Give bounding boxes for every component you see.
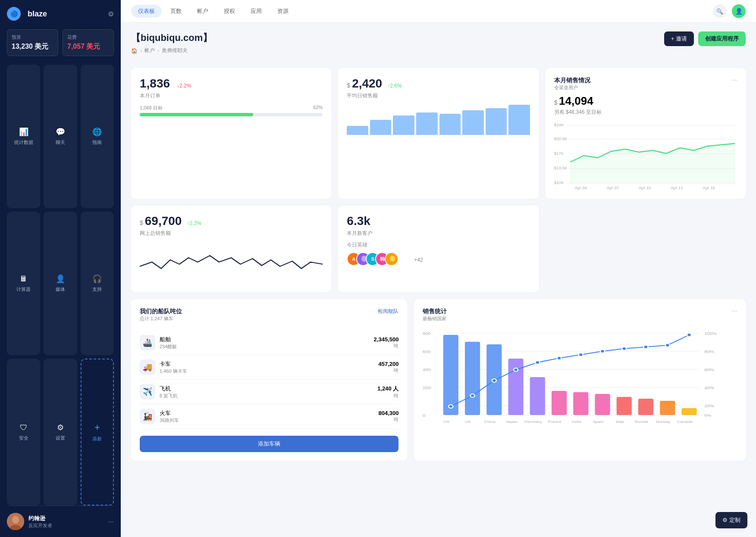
- bar-8: [508, 105, 530, 135]
- ship-count: 234艘艇: [160, 343, 177, 350]
- bar-7: [486, 108, 507, 135]
- bar-canada: [682, 408, 697, 415]
- truck-name: 卡车: [160, 360, 187, 368]
- monthly-menu-icon[interactable]: ⋯: [731, 77, 737, 91]
- nav-item-guide[interactable]: 🌐 指南: [81, 65, 114, 208]
- nav-item-chat[interactable]: 💬 聊天: [44, 65, 77, 208]
- breadcrumb-current: 奥弗维耶夫: [162, 47, 188, 54]
- sidebar-footer: 约翰逊 反应开发者 ⋯: [7, 506, 114, 530]
- bottom-row: 我们的船队吨位 总计 1,247 辆车 检阅舰队 🚢 船舶 234艘艇 2,34…: [131, 299, 746, 461]
- heroes-label: 今日英雄: [347, 241, 530, 249]
- svg-point-40: [449, 405, 453, 408]
- nav-item-support[interactable]: 🎧 支持: [81, 212, 114, 355]
- sales-chart-container: 800 600 400 200 0 100% 80% 60% 40% 20% 0…: [423, 329, 737, 424]
- orders-progress: 1,048 目标 62%: [140, 105, 323, 116]
- svg-point-43: [514, 368, 518, 372]
- tab-dashboard[interactable]: 仪表板: [131, 5, 162, 18]
- svg-text:France: France: [548, 420, 562, 424]
- svg-text:Apr 04: Apr 04: [574, 186, 587, 190]
- breadcrumb-accounts: 帐户: [144, 47, 155, 54]
- avg-sales-card: $ 2,420 ↑2.6% 平均日销售额: [338, 68, 538, 199]
- new-customers-value: 6.3k: [347, 214, 530, 228]
- monthly-value: 14,094: [559, 94, 593, 107]
- breadcrumb: 🏠 › 帐户 › 奥弗维耶夫: [131, 47, 212, 54]
- fleet-link[interactable]: 检阅舰队: [378, 308, 398, 315]
- expense-card: 花费 7,057 美元: [63, 29, 114, 56]
- tab-apps[interactable]: 应用: [244, 5, 269, 18]
- svg-text:Germany: Germany: [524, 420, 543, 424]
- footer-menu-icon[interactable]: ⋯: [108, 518, 114, 525]
- add-vehicle-button[interactable]: 添加车辆: [140, 436, 398, 452]
- nav-label-guide: 指南: [92, 139, 102, 146]
- sales-stats-menu-icon[interactable]: ⋯: [731, 308, 737, 314]
- svg-text:India: India: [572, 420, 582, 424]
- tab-accounts[interactable]: 帐户: [190, 5, 215, 18]
- hero-avatar-5: [385, 252, 398, 266]
- svg-text:60%: 60%: [705, 368, 715, 372]
- bar-japan: [508, 359, 524, 415]
- svg-text:China: China: [484, 420, 496, 424]
- security-icon: 🛡: [20, 423, 28, 432]
- tab-pages[interactable]: 页数: [163, 5, 188, 18]
- svg-marker-13: [570, 144, 735, 183]
- svg-text:0%: 0%: [705, 413, 712, 418]
- svg-text:80%: 80%: [705, 350, 715, 354]
- bar-india: [574, 392, 589, 415]
- wavy-chart: [140, 240, 323, 284]
- bar-4: [416, 112, 438, 135]
- sales-stats-title: 销售统计: [423, 308, 447, 315]
- svg-text:US: US: [444, 420, 450, 424]
- sales-stats-subtitle: 最畅销国家: [423, 315, 447, 322]
- total-sales-value: 69,700: [145, 214, 182, 228]
- search-button[interactable]: 🔍: [713, 4, 727, 18]
- fleet-item-ship: 🚢 船舶 234艘艇 2,345,500 吨: [140, 331, 398, 355]
- svg-point-41: [471, 394, 475, 397]
- nav-label-calc: 计算器: [16, 286, 31, 293]
- svg-text:Apr 07: Apr 07: [607, 186, 619, 190]
- nav-item-security[interactable]: 🛡 安全: [7, 359, 40, 506]
- nav-item-calc[interactable]: 🖩 计算器: [7, 212, 40, 355]
- total-sales-change: ↑2.2%: [187, 220, 201, 226]
- nav-item-media[interactable]: 👤 媒体: [44, 212, 77, 355]
- fleet-item-plane: ✈️ 飞机 8 架飞机 1,240 人 吨: [140, 380, 398, 404]
- ship-value: 2,345,500 吨: [374, 336, 399, 349]
- bar-2: [370, 120, 392, 135]
- chat-icon: 💬: [56, 127, 65, 137]
- ship-name: 船舶: [160, 336, 177, 343]
- ship-icon: 🚢: [140, 335, 155, 350]
- sidebar-settings-icon[interactable]: ⚙: [108, 10, 114, 18]
- nav-item-add[interactable]: + 添新: [81, 359, 114, 506]
- page-content: 【biqubiqu.com】 🏠 › 帐户 › 奥弗维耶夫 + 邀请 创建应用程…: [121, 23, 756, 537]
- svg-point-45: [557, 356, 562, 360]
- bar-us: [443, 335, 458, 415]
- user-role: 反应开发者: [28, 522, 52, 529]
- nav-label-add: 添新: [92, 436, 102, 442]
- tab-resources[interactable]: 资源: [270, 5, 295, 18]
- user-avatar-button[interactable]: 👤: [732, 4, 746, 18]
- svg-point-50: [665, 343, 670, 347]
- expense-value: 7,057 美元: [67, 42, 109, 51]
- customize-button[interactable]: ⚙ 定制: [715, 512, 747, 528]
- svg-text:Apr 13: Apr 13: [671, 186, 683, 190]
- orders-value: 1,836: [140, 77, 170, 91]
- tab-auth[interactable]: 授权: [217, 5, 242, 18]
- page-actions: + 邀请 创建应用程序: [664, 31, 746, 46]
- svg-point-49: [644, 345, 648, 349]
- invite-button[interactable]: + 邀请: [664, 31, 694, 46]
- media-icon: 👤: [56, 274, 65, 284]
- svg-text:$13.5K: $13.5K: [554, 166, 568, 170]
- monthly-subtitle: 全渠道用户: [554, 84, 590, 91]
- bar-5: [439, 114, 461, 135]
- nav-item-stats[interactable]: 📊 统计数据: [7, 65, 40, 208]
- fleet-header: 我们的船队吨位 总计 1,247 辆车 检阅舰队: [140, 308, 398, 329]
- nav-label-security: 安全: [19, 435, 28, 441]
- user-avatar: [7, 513, 24, 530]
- nav-item-settings[interactable]: ⚙ 设置: [44, 359, 77, 506]
- user-info: 约翰逊 反应开发者: [28, 515, 52, 529]
- create-app-button[interactable]: 创建应用程序: [698, 31, 746, 46]
- svg-point-44: [536, 361, 540, 364]
- monthly-sub: 另有 $48,346 至目标: [554, 109, 737, 116]
- svg-text:$10K: $10K: [554, 181, 564, 185]
- progress-pct: 62%: [313, 105, 323, 111]
- svg-text:100%: 100%: [705, 331, 717, 336]
